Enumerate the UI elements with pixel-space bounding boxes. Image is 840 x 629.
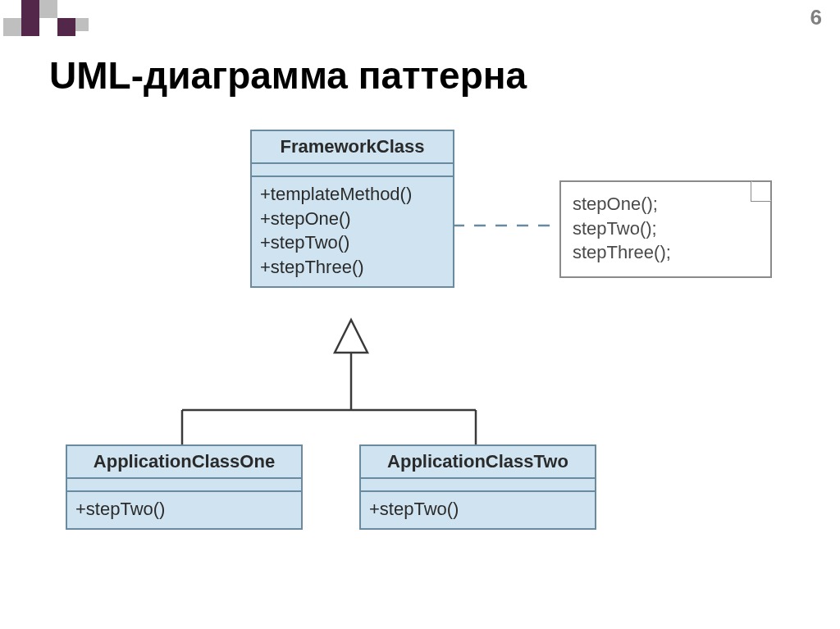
uml-op: +templateMethod() [260, 182, 445, 207]
note-fold-icon [751, 180, 772, 202]
uml-class-app-two: ApplicationClassTwo +stepTwo() [359, 444, 596, 530]
generalization-arrowhead-icon [335, 320, 368, 353]
corner-decoration [0, 0, 98, 41]
uml-op: +stepThree() [260, 255, 445, 280]
uml-op: +stepOne() [260, 207, 445, 231]
uml-op: +stepTwo() [260, 230, 445, 255]
uml-class-name: ApplicationClassOne [67, 446, 301, 479]
uml-class-ops: +templateMethod() +stepOne() +stepTwo() … [252, 177, 453, 286]
uml-class-ops: +stepTwo() [361, 492, 595, 528]
uml-class-framework: FrameworkClass +templateMethod() +stepOn… [250, 130, 454, 288]
uml-op: +stepTwo() [75, 497, 293, 522]
uml-op: +stepTwo() [369, 497, 587, 522]
note-line: stepTwo(); [573, 217, 757, 241]
svg-marker-0 [751, 180, 772, 202]
uml-class-name: ApplicationClassTwo [361, 446, 595, 479]
slide-title: UML-диаграмма паттерна [49, 53, 527, 98]
uml-class-name: FrameworkClass [252, 131, 453, 164]
note-line: stepThree(); [573, 240, 757, 265]
uml-class-attrs [252, 164, 453, 177]
uml-class-attrs [361, 479, 595, 492]
uml-class-attrs [67, 479, 301, 492]
note-line: stepOne(); [573, 192, 757, 217]
slide-number: 6 [810, 5, 822, 30]
slide-canvas: 6 UML-диаграмма паттерна FrameworkClass … [0, 0, 840, 629]
uml-class-app-one: ApplicationClassOne +stepTwo() [66, 444, 303, 530]
uml-class-ops: +stepTwo() [67, 492, 301, 528]
uml-note: stepOne(); stepTwo(); stepThree(); [559, 180, 772, 278]
